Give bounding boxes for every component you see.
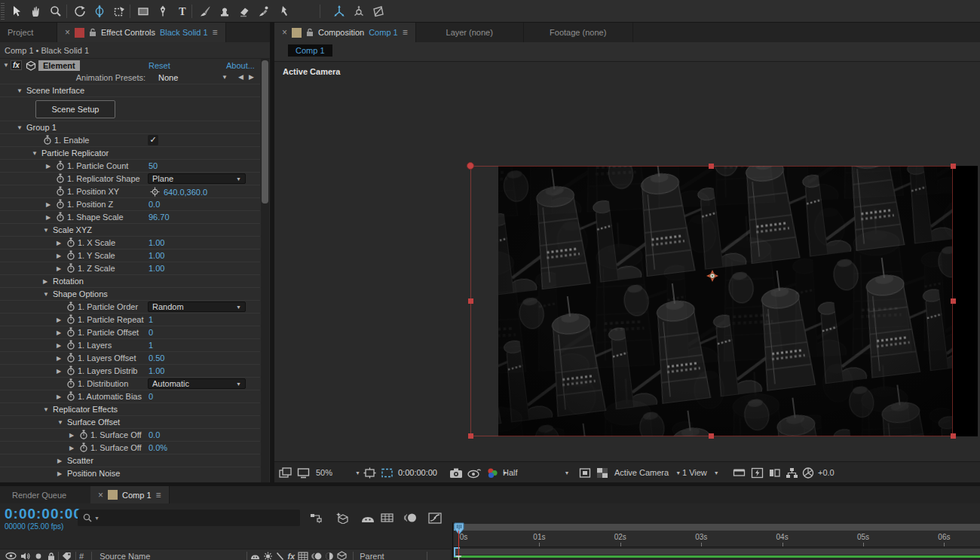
panel-menu-icon[interactable]: ≡: [213, 27, 218, 38]
target-region-icon[interactable]: [579, 465, 591, 480]
effect-property-row[interactable]: ▶1. Y Scale1.00: [0, 249, 260, 262]
column-source-name[interactable]: Source Name: [100, 552, 150, 560]
exposure-value[interactable]: +0.0: [818, 465, 835, 480]
effect-property-row[interactable]: ▶1. Automatic Bias0: [0, 390, 260, 402]
brush-tool-icon[interactable]: [196, 2, 214, 20]
resolution-dropdown[interactable]: Half ▼: [503, 465, 572, 480]
caret-closed-icon[interactable]: ▶: [46, 163, 56, 170]
viewer-time-display[interactable]: 0:00:00:00: [398, 465, 437, 480]
effect-group-row[interactable]: ▶Rotation: [0, 274, 260, 287]
stopwatch-icon[interactable]: [56, 212, 67, 223]
type-tool-icon[interactable]: T: [173, 2, 191, 20]
tab-project[interactable]: Project: [0, 23, 57, 42]
selection-tool-icon[interactable]: [8, 2, 26, 20]
tab-timeline-comp[interactable]: × Comp 1 ≡: [90, 486, 170, 503]
zoom-tool-icon[interactable]: [47, 2, 65, 20]
lock-icon[interactable]: [89, 28, 96, 37]
param-value[interactable]: 1.00: [149, 238, 164, 247]
stopwatch-icon[interactable]: [66, 391, 78, 402]
current-time-indicator[interactable]: [454, 522, 464, 535]
effect-group-row[interactable]: ▼Particle Replicator: [0, 146, 260, 159]
label-tag-icon[interactable]: [62, 552, 72, 560]
quality-switch-icon[interactable]: [276, 552, 284, 560]
effect-group-row[interactable]: ▼Scene Interface: [0, 84, 260, 96]
caret-closed-icon[interactable]: ▶: [69, 445, 79, 451]
caret-closed-icon[interactable]: ▶: [57, 265, 66, 272]
caret-closed-icon[interactable]: ▶: [57, 355, 66, 362]
param-value[interactable]: 1.00: [149, 366, 164, 375]
stopwatch-icon[interactable]: [66, 250, 78, 262]
effect-header-row[interactable]: ▼ fx Element Reset About...: [0, 59, 260, 72]
effect-property-row[interactable]: ▶1. Particle Repeat1: [0, 313, 260, 326]
tab-footage[interactable]: Footage (none): [524, 23, 633, 42]
param-value[interactable]: 0: [149, 328, 153, 337]
show-snapshot-icon[interactable]: [467, 465, 482, 480]
layer-handle-top-left[interactable]: [467, 162, 474, 170]
stopwatch-icon[interactable]: [66, 301, 78, 313]
presets-next-icon[interactable]: ▶: [249, 73, 254, 81]
param-value[interactable]: 96.70: [149, 213, 170, 222]
column-number[interactable]: #: [79, 552, 84, 560]
panel-menu-icon[interactable]: ≡: [156, 490, 161, 500]
caret-closed-icon[interactable]: ▶: [46, 214, 56, 221]
stopwatch-icon[interactable]: [56, 161, 67, 172]
layer-handle-bottom-left[interactable]: [468, 433, 473, 439]
adjustment-layer-switch-icon[interactable]: [325, 552, 334, 560]
effect-group-row[interactable]: ▼Replicator Effects: [0, 402, 260, 415]
stopwatch-icon[interactable]: [66, 353, 78, 364]
fast-previews-icon[interactable]: [751, 465, 764, 480]
caret-open-icon[interactable]: ▼: [43, 291, 53, 298]
always-preview-icon[interactable]: [279, 465, 292, 480]
snapshot-camera-icon[interactable]: [449, 465, 463, 480]
column-parent[interactable]: Parent: [360, 552, 384, 560]
caret-closed-icon[interactable]: ▶: [57, 317, 66, 323]
eraser-tool-icon[interactable]: [235, 2, 253, 20]
stopwatch-icon[interactable]: [66, 314, 78, 326]
rotation-tool-icon[interactable]: [71, 2, 89, 20]
layer-anchor-point-icon[interactable]: [706, 270, 718, 282]
effect-property-row[interactable]: ▶1. X Scale1.00: [0, 236, 260, 249]
stopwatch-icon[interactable]: [56, 186, 67, 197]
draft-3d-icon[interactable]: [335, 511, 349, 525]
layer-handle-bottom-right[interactable]: [951, 433, 956, 439]
view-layout-dropdown[interactable]: 1 View ▼: [682, 465, 729, 480]
effect-property-row[interactable]: ▶1. Z Scale1.00: [0, 262, 260, 274]
effect-name[interactable]: Element: [38, 60, 80, 71]
lock-icon[interactable]: [306, 28, 314, 37]
layer-handle-mid-left[interactable]: [468, 298, 473, 304]
effect-property-row[interactable]: 1. DistributionAutomatic▼: [0, 377, 260, 390]
magnification-dropdown[interactable]: 50% ▼: [316, 465, 358, 480]
effect-caret[interactable]: ▼: [0, 62, 9, 69]
exposure-icon[interactable]: [802, 465, 814, 480]
effect-property-row[interactable]: ▶1. Position Z0.0: [0, 197, 260, 210]
effect-property-row[interactable]: ▶1. Surface Off0.0%: [0, 441, 260, 454]
presets-prev-icon[interactable]: ◀: [238, 73, 243, 81]
stopwatch-icon[interactable]: [79, 430, 90, 441]
effect-group-row[interactable]: ▼Scale XYZ: [0, 223, 260, 236]
effect-property-row[interactable]: ▶1. Layers Offset0.50: [0, 351, 260, 364]
tab-layer[interactable]: Layer (none): [416, 23, 524, 42]
layer-handle-top-right[interactable]: [951, 164, 956, 169]
stopwatch-icon[interactable]: [66, 340, 78, 351]
lock-icon[interactable]: [47, 552, 55, 560]
presets-value[interactable]: None: [158, 73, 178, 82]
effect-property-row[interactable]: 1. Enable✓: [0, 133, 260, 146]
fx-switch-icon[interactable]: fx: [287, 552, 295, 560]
param-value[interactable]: 0.0: [149, 200, 160, 209]
pan-behind-tool-icon[interactable]: [110, 2, 128, 20]
about-link[interactable]: About...: [226, 61, 255, 70]
close-icon[interactable]: ×: [282, 27, 287, 38]
param-value[interactable]: 0.0: [149, 430, 160, 439]
reset-link[interactable]: Reset: [149, 61, 170, 70]
param-dropdown[interactable]: Random▼: [148, 301, 246, 312]
label-color-swatch-sand[interactable]: [292, 28, 302, 38]
scrollbar[interactable]: [261, 59, 269, 503]
layer-handle-mid-right[interactable]: [951, 298, 956, 304]
hand-tool-icon[interactable]: [27, 2, 45, 20]
timeline-track-area[interactable]: 0s01s02s03s04s05s06s: [452, 522, 980, 560]
caret-closed-icon[interactable]: ▶: [57, 368, 66, 375]
caret-closed-icon[interactable]: ▶: [57, 252, 66, 259]
local-axis-mode-icon[interactable]: [330, 2, 348, 20]
stopwatch-icon[interactable]: [56, 199, 67, 210]
effect-group-row[interactable]: ▶Scatter: [0, 454, 260, 467]
